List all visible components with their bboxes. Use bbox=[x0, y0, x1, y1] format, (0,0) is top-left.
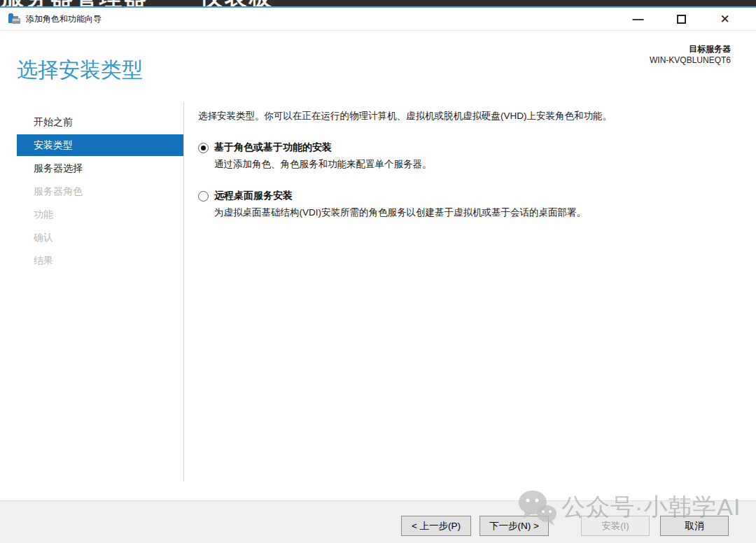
option-role-based-row[interactable]: 基于角色或基于功能的安装 bbox=[198, 141, 743, 154]
wizard-icon bbox=[8, 13, 21, 25]
sidebar-item-server-selection[interactable]: 服务器选择 bbox=[17, 157, 183, 179]
sidebar-divider bbox=[183, 102, 184, 481]
background-window-title: 服务器管理器 · 仪表板 bbox=[1, 0, 273, 6]
target-server-label: 目标服务器 bbox=[650, 43, 731, 55]
target-server-block: 目标服务器 WIN-KVQBLUNEQT6 bbox=[650, 43, 731, 66]
option-role-based: 基于角色或基于功能的安装 通过添加角色、角色服务和功能来配置单个服务器。 bbox=[198, 141, 743, 171]
sidebar-item-features: 功能 bbox=[17, 204, 183, 225]
target-server-name: WIN-KVQBLUNEQT6 bbox=[650, 55, 731, 66]
title-bar: 添加角色和功能向导 — ✕ bbox=[0, 8, 756, 31]
page-title: 选择安装类型 bbox=[17, 56, 143, 85]
option-remote-desktop-row[interactable]: 远程桌面服务安装 bbox=[198, 190, 743, 202]
sidebar-item-before-you-begin[interactable]: 开始之前 bbox=[17, 111, 183, 133]
next-button[interactable]: 下一步(N) > bbox=[479, 516, 549, 536]
sidebar-item-confirmation: 确认 bbox=[17, 227, 183, 248]
radio-remote-desktop-icon[interactable] bbox=[198, 191, 209, 202]
close-button[interactable]: ✕ bbox=[709, 10, 741, 29]
option-remote-desktop: 远程桌面服务安装 为虚拟桌面基础结构(VDI)安装所需的角色服务以创建基于虚拟机… bbox=[198, 190, 743, 219]
window-title: 添加角色和功能向导 bbox=[26, 13, 102, 25]
option-role-based-description: 通过添加角色、角色服务和功能来配置单个服务器。 bbox=[214, 157, 743, 171]
option-role-based-label: 基于角色或基于功能的安装 bbox=[214, 141, 332, 154]
background-window-sliver: 服务器管理器 · 仪表板 bbox=[0, 0, 756, 6]
wizard-window: 服务器管理器 · 仪表板 添加角色和功能向导 — ✕ 选择安装类型 目标服务器 … bbox=[0, 0, 756, 543]
minimize-button[interactable]: — bbox=[622, 10, 654, 29]
option-remote-desktop-description: 为虚拟桌面基础结构(VDI)安装所需的角色服务以创建基于虚拟机或基于会话的桌面部… bbox=[214, 206, 743, 219]
intro-text: 选择安装类型。你可以在正在运行的物理计算机、虚拟机或脱机虚拟硬盘(VHD)上安装… bbox=[198, 109, 743, 122]
sidebar-item-installation-type[interactable]: 安装类型 bbox=[17, 134, 183, 156]
main-content: 选择安装类型。你可以在正在运行的物理计算机、虚拟机或脱机虚拟硬盘(VHD)上安装… bbox=[198, 102, 743, 219]
footer-bar: < 上一步(P) 下一步(N) > 安装(I) 取消 bbox=[0, 500, 756, 543]
sidebar-item-results: 结果 bbox=[17, 250, 183, 272]
window-controls: — ✕ bbox=[622, 8, 741, 31]
maximize-button[interactable] bbox=[666, 10, 697, 29]
sidebar-item-server-roles: 服务器角色 bbox=[17, 181, 183, 202]
previous-button[interactable]: < 上一步(P) bbox=[401, 516, 471, 536]
page-header: 选择安装类型 目标服务器 WIN-KVQBLUNEQT6 bbox=[0, 31, 756, 102]
cancel-button[interactable]: 取消 bbox=[660, 516, 729, 536]
option-remote-desktop-label: 远程桌面服务安装 bbox=[214, 190, 293, 202]
radio-role-based-icon[interactable] bbox=[198, 143, 209, 153]
install-button: 安装(I) bbox=[581, 516, 650, 536]
maximize-icon bbox=[677, 15, 686, 24]
wizard-steps-sidebar: 开始之前 安装类型 服务器选择 服务器角色 功能 确认 结果 bbox=[0, 102, 183, 273]
